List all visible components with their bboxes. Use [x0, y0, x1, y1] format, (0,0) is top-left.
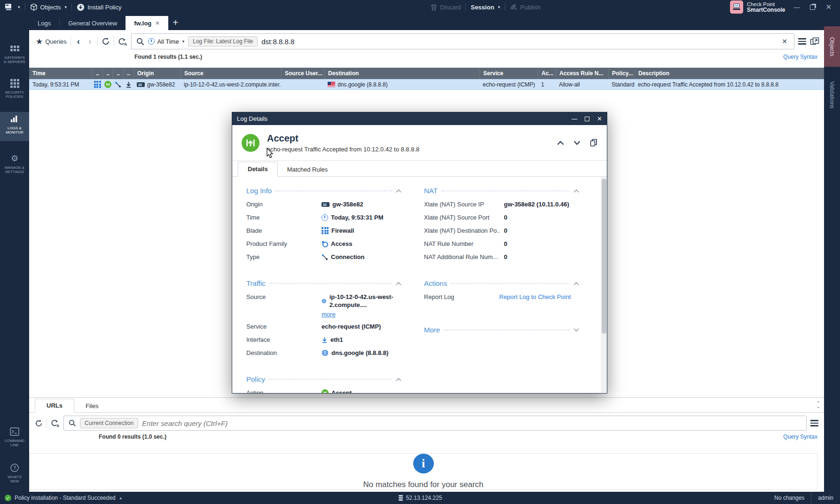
col-time[interactable]: Time	[29, 68, 92, 79]
field-value: ip-10-12-0-42.us-west-2.compute....	[330, 293, 401, 309]
dialog-maximize-button[interactable]	[585, 117, 589, 121]
tab-general-overview[interactable]: General Overview	[60, 16, 126, 30]
user-indicator[interactable]: admin	[811, 492, 840, 504]
copy-icon[interactable]	[590, 139, 597, 147]
url-search-input[interactable]	[142, 419, 801, 427]
col-icon4[interactable]: ..	[123, 68, 133, 79]
export-icon[interactable]	[810, 37, 819, 46]
previous-log-icon[interactable]	[557, 141, 564, 145]
dialog-body: Log Info Origingw-358e82 TimeToday, 9:53…	[232, 177, 600, 393]
window-restore-button[interactable]	[810, 5, 815, 10]
dialog-minimize-button[interactable]: —	[572, 116, 577, 122]
new-tab-button[interactable]: +	[168, 17, 183, 30]
collapse-icon[interactable]	[573, 282, 579, 285]
collapse-icon[interactable]	[396, 189, 401, 193]
validations-panel-label: Validations	[829, 81, 835, 109]
auto-refresh-icon[interactable]: A	[51, 419, 60, 427]
side-panel-tab-validations[interactable]: Validations	[824, 71, 840, 119]
query-text[interactable]: dst:8.8.8.8	[261, 38, 776, 46]
report-log-link[interactable]: Report Log to Check Point	[499, 293, 571, 301]
query-back-button[interactable]: ‹	[75, 36, 82, 47]
policy-installation-status[interactable]: ✓ Policy installation - Standard Succeed…	[0, 495, 123, 501]
time-filter-dropdown[interactable]: All Time ▾	[148, 38, 184, 45]
dialog-tabs: Details Matched Rules	[232, 161, 607, 177]
dialog-titlebar[interactable]: Log Details — ✕	[232, 112, 607, 125]
col-access-rule-name[interactable]: Access Rule N...	[556, 68, 608, 79]
sidebar-label: SECURITY	[0, 90, 29, 94]
dialog-close-button[interactable]: ✕	[597, 115, 602, 122]
sidebar-item-security-policies[interactable]: SECURITY POLICIES	[0, 76, 29, 99]
side-panel-tab-objects[interactable]: Objects	[824, 26, 840, 67]
field-value: Accept	[331, 389, 352, 393]
dialog-scrollbar[interactable]	[601, 177, 607, 393]
tab-details[interactable]: Details	[238, 162, 278, 177]
divider	[47, 418, 47, 428]
bottom-query-syntax-link[interactable]: Query Syntax	[783, 433, 817, 440]
publish-button[interactable]: Publish	[505, 0, 545, 14]
col-policy[interactable]: Policy...	[608, 68, 635, 79]
clear-query-icon[interactable]: ✕	[780, 38, 789, 45]
globe-icon	[322, 349, 329, 356]
query-forward-button[interactable]: ›	[86, 36, 94, 47]
changes-indicator[interactable]: No changes	[768, 492, 811, 504]
field-value: Firewall	[331, 227, 354, 235]
sidebar-item-whats-new[interactable]: ? WHAT'S NEW	[0, 461, 29, 483]
objects-menu-button[interactable]: Objects ▾	[25, 0, 72, 14]
refresh-icon[interactable]	[102, 37, 110, 46]
sidebar-item-logs-monitor[interactable]: LOGS & MONITOR	[0, 112, 29, 141]
collapse-icon[interactable]	[396, 378, 401, 381]
collapse-icon[interactable]	[396, 282, 401, 285]
scrollbar-thumb[interactable]	[602, 179, 606, 334]
discard-button[interactable]: Discard	[426, 0, 465, 14]
queries-button[interactable]: ★Queries	[36, 37, 67, 47]
search-icon	[136, 38, 144, 46]
col-destination[interactable]: Destination	[324, 68, 479, 79]
more-link[interactable]: more	[322, 311, 336, 318]
col-icon3[interactable]: ..	[113, 68, 123, 79]
log-query-field[interactable]: All Time ▾ Log File: Latest Log File dst…	[131, 33, 794, 49]
field-value: Connection	[331, 253, 365, 261]
main-menu-button[interactable]: ▾	[0, 0, 25, 14]
query-syntax-link[interactable]: Query Syntax	[783, 54, 817, 64]
inbound-interface-icon	[322, 337, 328, 343]
field-value: 0	[504, 227, 507, 235]
tab-matched-rules[interactable]: Matched Rules	[278, 163, 338, 176]
window-close-button[interactable]: ✕	[825, 3, 832, 11]
log-file-tag[interactable]: Log File: Latest Log File	[188, 36, 258, 47]
command-line-icon	[0, 426, 29, 437]
url-search-field[interactable]: Current Connection	[63, 416, 807, 431]
col-source-user[interactable]: Source User...	[281, 68, 324, 79]
col-origin[interactable]: Origin	[133, 68, 181, 79]
bottom-search-toolbar: A Current Connection	[29, 413, 824, 433]
log-row-selected[interactable]: Today, 9:53:31 PM gw-358e82 ip-10-12-0-4…	[29, 79, 824, 90]
col-access[interactable]: Ac...	[538, 68, 556, 79]
tab-close-icon[interactable]: ✕	[155, 20, 159, 26]
expand-icon[interactable]	[573, 328, 579, 332]
sidebar-item-gateways-servers[interactable]: GATEWAYS & SERVERS	[0, 41, 29, 64]
tab-urls[interactable]: URLs	[35, 399, 74, 413]
refresh-icon[interactable]	[35, 419, 43, 427]
sidebar-label: LINE	[0, 443, 29, 447]
col-service[interactable]: Service	[479, 68, 538, 79]
next-log-icon[interactable]	[573, 141, 581, 145]
query-options-icon[interactable]	[798, 37, 806, 46]
current-connection-tag[interactable]: Current Connection	[80, 418, 138, 428]
col-description[interactable]: Description	[635, 68, 824, 79]
window-minimize-button[interactable]: —	[793, 4, 800, 11]
auto-refresh-icon[interactable]: A	[118, 37, 127, 46]
tab-fwlog-active[interactable]: fw.log ✕	[126, 16, 168, 30]
status-expand-icon[interactable]: ▲	[119, 496, 123, 500]
sidebar-item-manage-settings[interactable]: ⚙ MANAGE & SETTINGS	[0, 151, 29, 174]
server-ip: 52.13.124.225	[406, 495, 442, 501]
session-menu-button[interactable]: Session ▾	[466, 0, 504, 14]
sidebar-item-command-line[interactable]: COMMAND LINE	[0, 425, 29, 447]
col-source[interactable]: Source	[181, 68, 281, 79]
collapse-pane-icon[interactable]: ⌃⌄	[816, 402, 820, 408]
col-icon1[interactable]: ..	[92, 68, 102, 79]
tab-files[interactable]: Files	[74, 400, 110, 412]
url-options-icon[interactable]	[810, 418, 818, 428]
col-icon2[interactable]: ..	[102, 68, 113, 79]
install-policy-button[interactable]: Install Policy	[72, 0, 126, 14]
collapse-icon[interactable]	[573, 189, 579, 193]
tab-logs[interactable]: Logs	[29, 16, 59, 30]
